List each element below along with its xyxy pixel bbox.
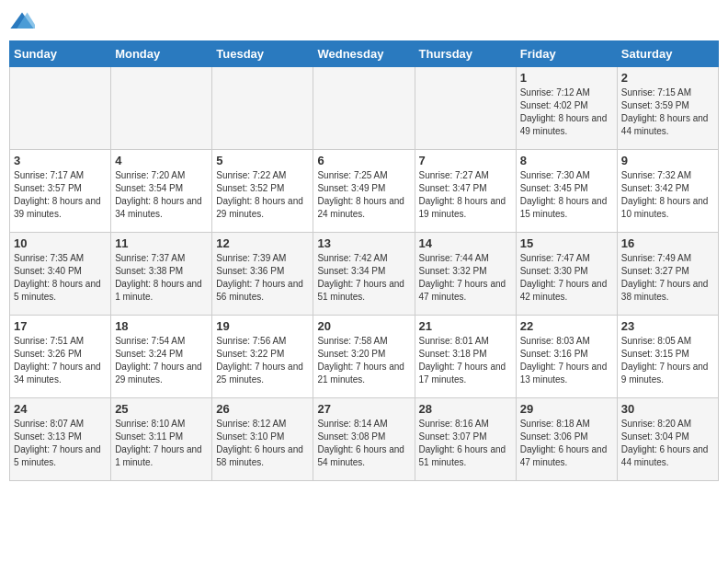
calendar-cell: 29Sunrise: 8:18 AM Sunset: 3:06 PM Dayli… [516, 398, 617, 481]
calendar-cell [313, 67, 415, 150]
day-number: 11 [115, 236, 208, 250]
calendar-week-row: 3Sunrise: 7:17 AM Sunset: 3:57 PM Daylig… [10, 150, 719, 233]
col-header-tuesday: Tuesday [212, 41, 313, 67]
day-info: Sunrise: 7:51 AM Sunset: 3:26 PM Dayligh… [14, 335, 107, 386]
calendar-cell: 4Sunrise: 7:20 AM Sunset: 3:54 PM Daylig… [111, 150, 212, 233]
calendar-cell: 11Sunrise: 7:37 AM Sunset: 3:38 PM Dayli… [111, 233, 212, 316]
calendar-cell: 8Sunrise: 7:30 AM Sunset: 3:45 PM Daylig… [516, 150, 617, 233]
day-info: Sunrise: 8:16 AM Sunset: 3:07 PM Dayligh… [419, 418, 512, 469]
col-header-thursday: Thursday [415, 41, 516, 67]
calendar-cell: 15Sunrise: 7:47 AM Sunset: 3:30 PM Dayli… [516, 233, 617, 316]
calendar-cell: 23Sunrise: 8:05 AM Sunset: 3:15 PM Dayli… [617, 316, 718, 398]
day-number: 13 [317, 236, 410, 250]
calendar-cell: 5Sunrise: 7:22 AM Sunset: 3:52 PM Daylig… [212, 150, 313, 233]
day-number: 14 [419, 236, 512, 250]
day-info: Sunrise: 7:32 AM Sunset: 3:42 PM Dayligh… [621, 169, 714, 221]
calendar-cell [10, 67, 111, 150]
col-header-wednesday: Wednesday [313, 41, 415, 67]
day-info: Sunrise: 7:56 AM Sunset: 3:22 PM Dayligh… [216, 335, 309, 386]
day-number: 18 [115, 319, 208, 333]
calendar-header-row: SundayMondayTuesdayWednesdayThursdayFrid… [10, 41, 719, 67]
day-number: 25 [115, 402, 208, 416]
calendar-cell: 3Sunrise: 7:17 AM Sunset: 3:57 PM Daylig… [10, 150, 111, 233]
calendar-cell: 24Sunrise: 8:07 AM Sunset: 3:13 PM Dayli… [10, 398, 111, 481]
col-header-friday: Friday [516, 41, 617, 67]
day-info: Sunrise: 8:10 AM Sunset: 3:11 PM Dayligh… [115, 418, 208, 469]
day-number: 23 [621, 319, 714, 333]
calendar-cell: 6Sunrise: 7:25 AM Sunset: 3:49 PM Daylig… [313, 150, 415, 233]
calendar-week-row: 17Sunrise: 7:51 AM Sunset: 3:26 PM Dayli… [10, 316, 719, 398]
day-number: 17 [14, 319, 107, 333]
day-info: Sunrise: 8:20 AM Sunset: 3:04 PM Dayligh… [621, 418, 714, 469]
col-header-saturday: Saturday [617, 41, 718, 67]
day-number: 7 [419, 154, 512, 167]
day-number: 21 [419, 319, 512, 333]
calendar: SundayMondayTuesdayWednesdayThursdayFrid… [9, 40, 719, 481]
day-info: Sunrise: 7:37 AM Sunset: 3:38 PM Dayligh… [115, 252, 208, 304]
day-number: 15 [520, 236, 613, 250]
day-info: Sunrise: 7:58 AM Sunset: 3:20 PM Dayligh… [317, 335, 410, 386]
calendar-cell: 27Sunrise: 8:14 AM Sunset: 3:08 PM Dayli… [313, 398, 415, 481]
header [9, 9, 719, 35]
day-number: 29 [520, 402, 613, 416]
calendar-cell: 16Sunrise: 7:49 AM Sunset: 3:27 PM Dayli… [617, 233, 718, 316]
calendar-cell: 26Sunrise: 8:12 AM Sunset: 3:10 PM Dayli… [212, 398, 313, 481]
day-info: Sunrise: 7:44 AM Sunset: 3:32 PM Dayligh… [419, 252, 512, 304]
day-number: 24 [14, 402, 107, 416]
calendar-cell: 13Sunrise: 7:42 AM Sunset: 3:34 PM Dayli… [313, 233, 415, 316]
calendar-cell: 7Sunrise: 7:27 AM Sunset: 3:47 PM Daylig… [415, 150, 516, 233]
day-info: Sunrise: 7:15 AM Sunset: 3:59 PM Dayligh… [621, 86, 714, 138]
day-number: 16 [621, 236, 714, 250]
day-info: Sunrise: 8:12 AM Sunset: 3:10 PM Dayligh… [216, 418, 309, 469]
day-info: Sunrise: 8:05 AM Sunset: 3:15 PM Dayligh… [621, 335, 714, 386]
day-number: 2 [621, 71, 714, 85]
col-header-monday: Monday [111, 41, 212, 67]
day-number: 5 [216, 154, 309, 167]
day-info: Sunrise: 8:14 AM Sunset: 3:08 PM Dayligh… [317, 418, 410, 469]
calendar-cell: 12Sunrise: 7:39 AM Sunset: 3:36 PM Dayli… [212, 233, 313, 316]
calendar-week-row: 10Sunrise: 7:35 AM Sunset: 3:40 PM Dayli… [10, 233, 719, 316]
calendar-cell: 10Sunrise: 7:35 AM Sunset: 3:40 PM Dayli… [10, 233, 111, 316]
day-number: 8 [520, 154, 613, 167]
day-info: Sunrise: 7:42 AM Sunset: 3:34 PM Dayligh… [317, 252, 410, 304]
day-info: Sunrise: 7:17 AM Sunset: 3:57 PM Dayligh… [14, 169, 107, 221]
day-info: Sunrise: 7:49 AM Sunset: 3:27 PM Dayligh… [621, 252, 714, 304]
calendar-cell [212, 67, 313, 150]
day-number: 6 [317, 154, 410, 167]
day-number: 30 [621, 402, 714, 416]
day-info: Sunrise: 7:54 AM Sunset: 3:24 PM Dayligh… [115, 335, 208, 386]
logo-icon [9, 9, 35, 35]
day-info: Sunrise: 8:07 AM Sunset: 3:13 PM Dayligh… [14, 418, 107, 469]
day-number: 26 [216, 402, 309, 416]
day-number: 10 [14, 236, 107, 250]
day-number: 20 [317, 319, 410, 333]
calendar-cell: 19Sunrise: 7:56 AM Sunset: 3:22 PM Dayli… [212, 316, 313, 398]
day-info: Sunrise: 8:03 AM Sunset: 3:16 PM Dayligh… [520, 335, 613, 386]
day-number: 12 [216, 236, 309, 250]
calendar-week-row: 1Sunrise: 7:12 AM Sunset: 4:02 PM Daylig… [10, 67, 719, 150]
day-info: Sunrise: 7:47 AM Sunset: 3:30 PM Dayligh… [520, 252, 613, 304]
calendar-cell [415, 67, 516, 150]
calendar-cell: 28Sunrise: 8:16 AM Sunset: 3:07 PM Dayli… [415, 398, 516, 481]
calendar-cell: 21Sunrise: 8:01 AM Sunset: 3:18 PM Dayli… [415, 316, 516, 398]
day-info: Sunrise: 8:01 AM Sunset: 3:18 PM Dayligh… [419, 335, 512, 386]
logo [9, 9, 39, 35]
calendar-cell: 2Sunrise: 7:15 AM Sunset: 3:59 PM Daylig… [617, 67, 718, 150]
day-number: 28 [419, 402, 512, 416]
day-info: Sunrise: 7:39 AM Sunset: 3:36 PM Dayligh… [216, 252, 309, 304]
calendar-cell: 20Sunrise: 7:58 AM Sunset: 3:20 PM Dayli… [313, 316, 415, 398]
day-number: 9 [621, 154, 714, 167]
day-info: Sunrise: 8:18 AM Sunset: 3:06 PM Dayligh… [520, 418, 613, 469]
calendar-cell: 14Sunrise: 7:44 AM Sunset: 3:32 PM Dayli… [415, 233, 516, 316]
day-info: Sunrise: 7:25 AM Sunset: 3:49 PM Dayligh… [317, 169, 410, 221]
day-info: Sunrise: 7:22 AM Sunset: 3:52 PM Dayligh… [216, 169, 309, 221]
day-info: Sunrise: 7:35 AM Sunset: 3:40 PM Dayligh… [14, 252, 107, 304]
calendar-cell: 30Sunrise: 8:20 AM Sunset: 3:04 PM Dayli… [617, 398, 718, 481]
calendar-cell: 25Sunrise: 8:10 AM Sunset: 3:11 PM Dayli… [111, 398, 212, 481]
day-number: 19 [216, 319, 309, 333]
day-number: 4 [115, 154, 208, 167]
day-number: 1 [520, 71, 613, 85]
day-info: Sunrise: 7:20 AM Sunset: 3:54 PM Dayligh… [115, 169, 208, 221]
col-header-sunday: Sunday [10, 41, 111, 67]
day-number: 27 [317, 402, 410, 416]
